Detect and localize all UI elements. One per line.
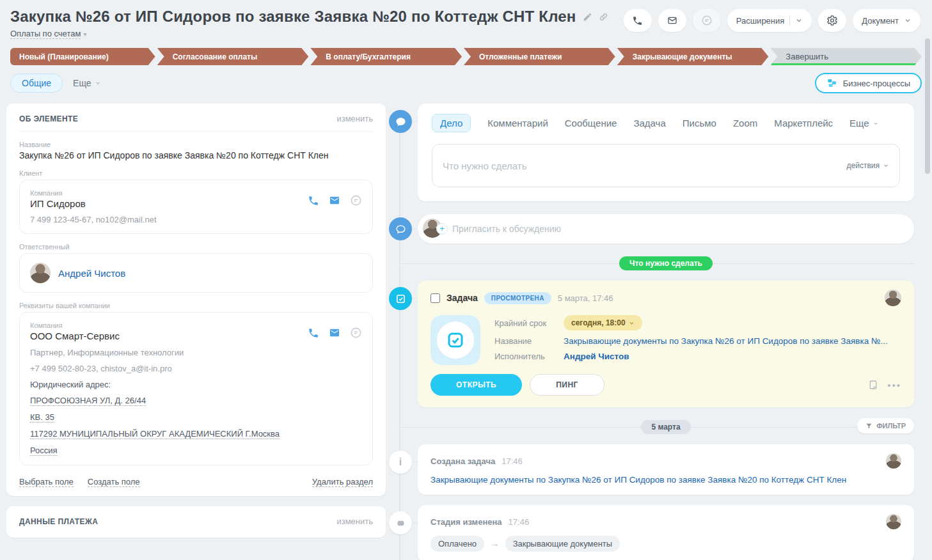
connector xyxy=(412,522,418,523)
date-pill[interactable]: 5 марта xyxy=(641,420,690,434)
tab-more[interactable]: Еще xyxy=(73,78,101,88)
todo-pill[interactable]: Что нужно сделать xyxy=(619,256,713,270)
deadline-label: Крайний срок xyxy=(494,318,564,328)
stage-deferred[interactable]: Отложенные платежи xyxy=(464,48,615,65)
business-process-icon xyxy=(826,78,838,88)
requisites-chat-icon[interactable] xyxy=(350,327,362,339)
chevron-down-icon xyxy=(883,162,889,169)
task-tile-check-icon xyxy=(446,331,465,350)
invite-row: + xyxy=(418,214,914,244)
topbar-actions: Расширения Документ xyxy=(624,9,920,32)
client-company-name[interactable]: ИП Сидоров xyxy=(30,198,86,209)
chevron-down-icon xyxy=(629,320,635,326)
task-complete-checkbox[interactable] xyxy=(430,293,440,303)
requisites-address-apartment[interactable]: КВ. 35 xyxy=(30,412,54,423)
client-card: Компания ИП Сидоров 7 499 123-45-67, no1… xyxy=(19,180,373,234)
responsible-name-link[interactable]: Андрей Чистов xyxy=(58,268,125,279)
discussion-bubble-icon xyxy=(389,217,412,240)
stage-payment[interactable]: В оплату/Бухгалтерия xyxy=(310,48,462,65)
business-processes-button[interactable]: Бизнес-процессы xyxy=(815,73,922,93)
select-field-link[interactable]: Выбрать поле xyxy=(19,477,74,487)
chevron-down-icon xyxy=(795,17,803,24)
stage-finish[interactable]: Завершить xyxy=(770,48,922,65)
pin-note-icon[interactable] xyxy=(868,379,878,391)
event-author-avatar[interactable] xyxy=(886,514,901,529)
view-tabs-row: Общие Еще Бизнес-процессы xyxy=(10,73,922,93)
invite-avatar[interactable]: + xyxy=(423,219,443,239)
stage-closing-docs[interactable]: Закрывающие документы xyxy=(617,48,769,65)
deadline-pill[interactable]: сегодня, 18:00 xyxy=(564,315,642,331)
tab-task[interactable]: Задача xyxy=(633,118,665,128)
filter-button[interactable]: ФИЛЬТР xyxy=(857,418,914,433)
task-type-label: Задача xyxy=(446,293,478,303)
email-button[interactable] xyxy=(658,9,686,32)
call-button[interactable] xyxy=(624,9,652,32)
requisites-address-street[interactable]: ПРОФСОЮЗНАЯ УЛ, Д. 26/44 xyxy=(30,396,146,406)
task-ping-button[interactable]: ПИНГ xyxy=(530,374,604,396)
requisites-company-name[interactable]: ООО Смарт-Сервис xyxy=(30,331,120,341)
task-row: Задача ПРОСМОТРЕНА 5 марта, 17:46 xyxy=(418,281,914,407)
tab-deal[interactable]: Дело xyxy=(432,114,471,132)
more-actions-icon[interactable]: ••• xyxy=(887,380,901,391)
task-author-avatar[interactable] xyxy=(885,290,901,306)
openline-chat-button[interactable] xyxy=(693,9,721,32)
tab-comment[interactable]: Комментарий xyxy=(487,118,548,128)
extensions-button[interactable]: Расширения xyxy=(727,9,812,32)
chat-lines-icon xyxy=(701,15,713,26)
company-requisites-card: Компания ООО Смарт-Сервис Партнер, Инфор… xyxy=(19,312,373,465)
gear-icon xyxy=(826,15,838,26)
tab-zoom[interactable]: Zoom xyxy=(733,118,757,128)
tab-message[interactable]: Сообщение xyxy=(565,118,617,128)
requisites-call-icon[interactable] xyxy=(308,327,319,339)
tab-general[interactable]: Общие xyxy=(10,74,63,93)
requisites-address-country[interactable]: Россия xyxy=(30,446,58,456)
funnel-selector[interactable]: Оплаты по счетам ▾ xyxy=(10,29,86,39)
delete-section-link[interactable]: Удалить раздел xyxy=(312,477,373,487)
responsible-card: Андрей Чистов xyxy=(19,253,373,293)
requisites-address-city[interactable]: 117292 МУНИЦИПАЛЬНЫЙ ОКРУГ АКАДЕМИЧЕСКИЙ… xyxy=(30,429,280,439)
document-button[interactable]: Документ xyxy=(853,9,920,32)
name-field-value[interactable]: Закупка №26 от ИП Сидоров по заявке Заяв… xyxy=(19,150,373,160)
activity-tabs: Дело Комментарий Сообщение Задача Письмо… xyxy=(432,114,900,132)
event-title: Создана задача xyxy=(430,456,495,466)
created-task-link[interactable]: Закрывающие документы по Закупка №26 от … xyxy=(430,475,846,485)
task-card: Задача ПРОСМОТРЕНА 5 марта, 17:46 xyxy=(418,281,914,407)
task-name-link[interactable]: Закрывающие документы по Закупка №26 от … xyxy=(564,336,888,346)
task-open-button[interactable]: ОТКРЫТЬ xyxy=(430,374,522,396)
task-tile xyxy=(430,315,480,365)
event-author-avatar[interactable] xyxy=(886,453,901,469)
tab-letter[interactable]: Письмо xyxy=(683,118,716,128)
payment-edit-link[interactable]: изменить xyxy=(336,517,373,526)
client-company-label: Компания xyxy=(30,189,86,197)
assignee-link[interactable]: Андрей Чистов xyxy=(564,352,629,361)
stage-new[interactable]: Новый (Планирование) xyxy=(10,48,155,65)
requisites-address-caption: Юридический адрес: xyxy=(30,380,362,389)
client-contacts[interactable]: 7 499 123-45-67, no102@mail.net xyxy=(30,215,362,224)
stage-to-pill: Закрывающие документы xyxy=(505,536,620,552)
create-field-link[interactable]: Создать поле xyxy=(88,477,140,487)
client-chat-icon[interactable] xyxy=(350,194,362,206)
stage-approval[interactable]: Согласование оплаты xyxy=(157,48,309,65)
tab-more[interactable]: Еще xyxy=(849,118,879,128)
tab-marketplace[interactable]: Маркетплейс xyxy=(774,118,833,128)
client-email-icon[interactable] xyxy=(328,195,341,206)
chevron-down-icon xyxy=(904,17,912,24)
client-call-icon[interactable] xyxy=(308,195,319,206)
actions-dropdown[interactable]: действия xyxy=(847,161,889,170)
todo-input[interactable] xyxy=(443,160,847,171)
event-title: Стадия изменена xyxy=(430,517,502,527)
requisites-contacts[interactable]: +7 499 502-80-23, chistov_a@it-in.pro xyxy=(30,364,362,373)
section-title-about: ОБ ЭЛЕМЕНТЕ xyxy=(19,114,78,123)
date-divider-march5: 5 марта ФИЛЬТР xyxy=(418,420,914,434)
about-edit-link[interactable]: изменить xyxy=(336,114,373,123)
edit-title-icon[interactable] xyxy=(583,12,592,22)
copy-link-icon[interactable] xyxy=(599,12,608,22)
event-task-created-row: i Создана задача 17:46 Закрывающие докум… xyxy=(418,444,914,495)
settings-button[interactable] xyxy=(818,9,846,32)
envelope-icon xyxy=(667,15,678,26)
invite-input[interactable] xyxy=(452,224,908,234)
triangle-down-icon: ▾ xyxy=(83,31,86,38)
scrollbar-thumb[interactable] xyxy=(925,38,930,174)
requisites-email-icon[interactable] xyxy=(328,327,341,338)
responsible-avatar[interactable] xyxy=(30,263,51,283)
